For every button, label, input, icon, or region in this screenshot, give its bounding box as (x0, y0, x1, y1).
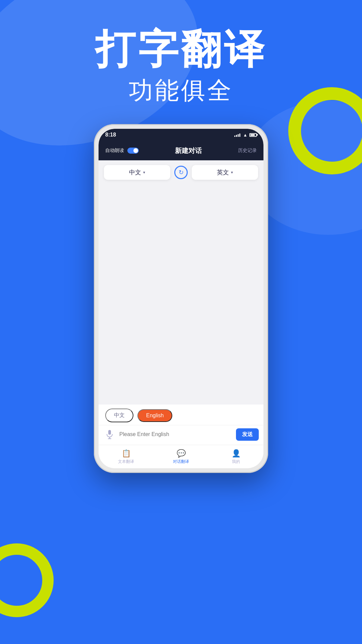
battery-icon (249, 133, 257, 137)
swap-circle: ↻ (174, 166, 188, 179)
target-lang-chevron: ▾ (231, 170, 233, 175)
circle-bottom-left (0, 543, 54, 617)
conversation-translate-label: 对话翻译 (173, 459, 189, 465)
bottom-section: 中文 English 发送 (99, 405, 263, 468)
sub-title: 功能俱全 (0, 74, 362, 107)
english-toggle-button[interactable]: English (137, 409, 172, 422)
auto-read-label: 自动朗读 (105, 148, 124, 154)
auto-read-area: 自动朗读 (105, 148, 139, 154)
lang-selector-bar: 中文 ▾ ↻ 英文 ▾ (99, 160, 263, 184)
source-lang-label: 中文 (129, 168, 141, 176)
phone-screen: 8:18 ▲ 自动朗读 (99, 129, 263, 468)
auto-read-toggle[interactable] (127, 148, 139, 154)
svg-rect-0 (108, 430, 111, 435)
phone-mockup: 8:18 ▲ 自动朗读 (94, 124, 268, 473)
nav-item-conversation-translate[interactable]: 💬 对话翻译 (154, 449, 208, 465)
text-input-field[interactable] (119, 428, 233, 441)
app-title: 新建对话 (175, 146, 202, 155)
input-row: 发送 (99, 425, 263, 445)
signal-icon (234, 133, 241, 137)
microphone-icon (106, 430, 114, 439)
source-language-button[interactable]: 中文 ▾ (104, 165, 170, 180)
wifi-icon: ▲ (243, 132, 247, 138)
nav-item-text-translate[interactable]: 📋 文本翻译 (99, 449, 154, 465)
text-translate-icon: 📋 (122, 449, 131, 458)
status-icons: ▲ (234, 132, 257, 138)
my-icon: 👤 (232, 449, 241, 458)
conversation-translate-icon: 💬 (177, 449, 186, 458)
source-lang-chevron: ▾ (143, 170, 145, 175)
send-button[interactable]: 发送 (236, 428, 259, 441)
header-area: 打字翻译 功能俱全 (0, 27, 362, 107)
mic-button[interactable] (103, 428, 116, 441)
phone-inner: 8:18 ▲ 自动朗读 (99, 129, 263, 468)
target-lang-label: 英文 (217, 168, 229, 176)
chinese-toggle-button[interactable]: 中文 (105, 409, 133, 422)
swap-icon: ↻ (179, 169, 184, 176)
app-header: 自动朗读 新建对话 历史记录 (99, 141, 263, 160)
main-title: 打字翻译 (0, 27, 362, 71)
nav-item-my[interactable]: 👤 我的 (208, 449, 263, 465)
lang-toggle-bar: 中文 English (99, 405, 263, 425)
conversation-area (99, 184, 263, 405)
history-link[interactable]: 历史记录 (238, 148, 257, 154)
status-bar: 8:18 ▲ (99, 129, 263, 141)
swap-languages-button[interactable]: ↻ (174, 165, 188, 180)
text-translate-label: 文本翻译 (118, 459, 134, 465)
target-language-button[interactable]: 英文 ▾ (192, 165, 258, 180)
status-time: 8:18 (105, 132, 116, 138)
bottom-navigation: 📋 文本翻译 💬 对话翻译 👤 我的 (99, 445, 263, 468)
my-label: 我的 (232, 459, 240, 465)
